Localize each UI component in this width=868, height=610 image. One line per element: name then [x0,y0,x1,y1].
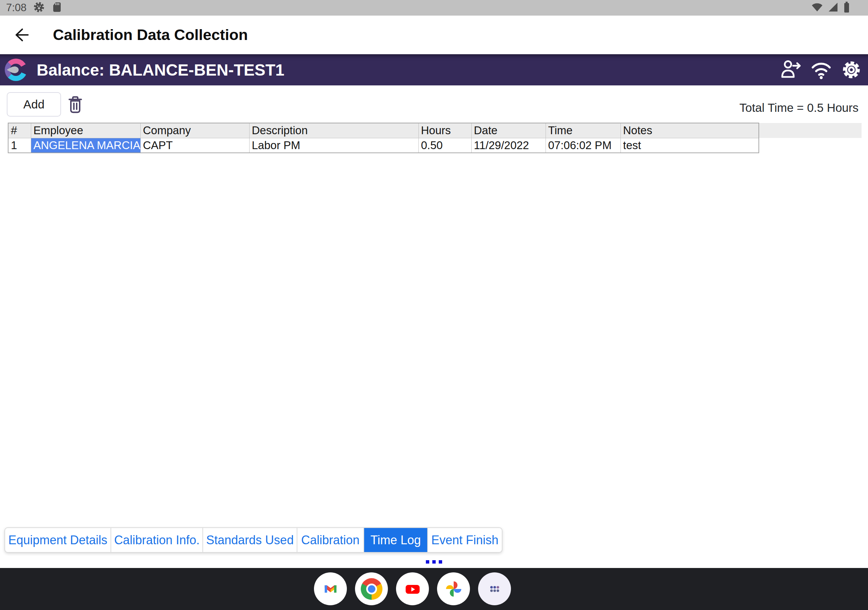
column-header-time: Time [546,123,620,138]
cell-company[interactable]: CAPT [140,138,249,153]
gmail-icon[interactable] [314,572,347,605]
wifi-icon[interactable] [811,59,832,81]
tab-calibration-info[interactable]: Calibration Info. [111,528,203,552]
tab-time-log[interactable]: Time Log [364,528,428,552]
cell-num[interactable]: 1 [8,138,31,153]
column-header-date: Date [471,123,546,138]
wifi-icon [811,2,823,14]
row-filler [759,138,862,153]
table-row: 1 ANGELENA MARCIA... CAPT Labor PM 0.50 … [8,138,862,153]
add-button[interactable]: Add [7,92,61,116]
page-title: Calibration Data Collection [53,26,248,44]
equipment-title: Balance: BALANCE-BEN-TEST1 [37,61,284,79]
system-gear-icon [33,2,45,14]
cell-hours[interactable]: 0.50 [418,138,471,153]
android-dock [0,568,868,610]
app-drawer-icon[interactable] [478,572,511,605]
column-header-num: # [8,123,31,138]
tab-event-finish[interactable]: Event Finish [428,528,502,552]
table-header-row: # Employee Company Description Hours Dat… [8,123,862,138]
trash-icon[interactable] [67,96,84,114]
cell-employee-selected[interactable]: ANGELENA MARCIA... [31,138,140,153]
bottom-tab-bar: Equipment Details Calibration Info. Stan… [5,527,502,553]
tab-standards-used[interactable]: Standards Used [203,528,297,552]
tab-calibration[interactable]: Calibration [298,528,364,552]
dot [439,560,442,564]
screen: 7:08 [0,0,868,610]
more-tabs-indicator[interactable] [426,560,442,564]
clock: 7:08 [6,2,26,14]
column-header-description: Description [249,123,418,138]
app-logo [5,59,27,81]
dot [426,560,429,564]
chrome-icon[interactable] [355,572,388,605]
cell-time[interactable]: 07:06:02 PM [546,138,620,153]
youtube-icon[interactable] [396,572,429,605]
google-photos-icon[interactable] [437,572,470,605]
cell-date[interactable]: 11/29/2022 [471,138,546,153]
column-header-company: Company [140,123,249,138]
total-time-label: Total Time = 0.5 Hours [739,101,859,115]
signal-icon [828,2,838,14]
cell-notes[interactable]: test [620,138,759,153]
cell-description[interactable]: Labor PM [249,138,418,153]
column-header-employee: Employee [31,123,140,138]
header-filler [759,123,862,138]
time-log-table: # Employee Company Description Hours Dat… [8,123,862,153]
battery-icon [843,1,850,15]
sdcard-icon [51,2,62,14]
settings-gear-icon[interactable] [840,59,863,81]
column-header-hours: Hours [418,123,471,138]
column-header-notes: Notes [620,123,759,138]
logout-user-icon[interactable] [780,59,802,81]
device-header: Balance: BALANCE-BEN-TEST1 [0,54,868,85]
tab-equipment-details[interactable]: Equipment Details [5,528,111,552]
status-bar: 7:08 [0,0,868,15]
app-bar: Calibration Data Collection [0,15,868,54]
dot [432,560,436,564]
back-arrow-icon[interactable] [11,25,31,44]
